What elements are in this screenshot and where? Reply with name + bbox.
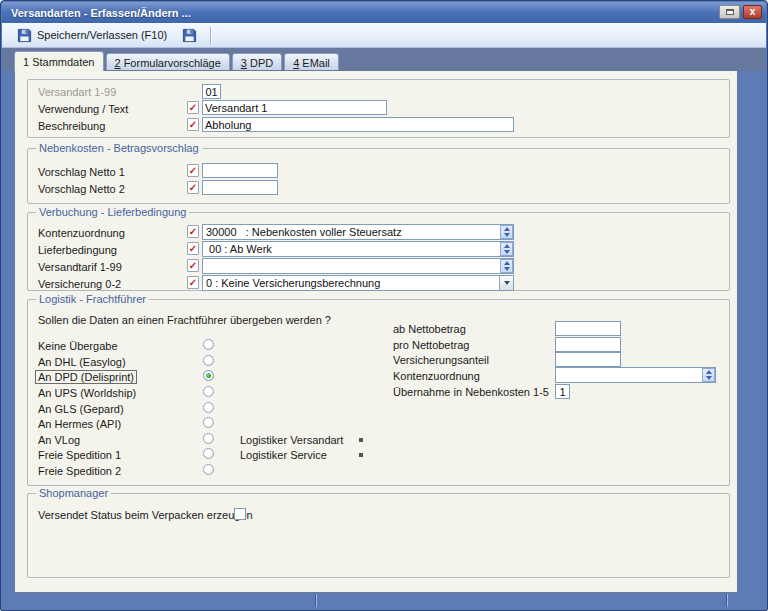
tab-formularvorschlaege[interactable]: 2 Formularvorschläge: [106, 53, 230, 71]
statusbar-divider: [315, 594, 316, 607]
spinner-icon[interactable]: [500, 242, 513, 256]
red-check-icon[interactable]: ✓: [187, 259, 199, 272]
radio-gls[interactable]: [203, 402, 214, 413]
floppy-disk-icon: [182, 28, 197, 43]
netto2-label: Vorschlag Netto 2: [38, 183, 125, 195]
versendet-status-checkbox[interactable]: [234, 508, 246, 520]
radio-spedition2[interactable]: [203, 464, 214, 475]
save-button[interactable]: [178, 26, 201, 45]
spinner-icon[interactable]: [500, 225, 513, 239]
radio-dhl[interactable]: [203, 355, 214, 366]
radio-label-hermes: An Hermes (API): [38, 418, 121, 430]
group-logistik: Logistik - Frachtführer Sollen die Daten…: [27, 299, 730, 486]
red-check-icon[interactable]: ✓: [187, 181, 199, 194]
group-caption: Nebenkosten - Betragsvorschlag: [36, 142, 202, 154]
red-check-icon[interactable]: ✓: [187, 225, 199, 238]
tab-accel: 1: [23, 56, 29, 68]
toolbar-separator: [210, 27, 211, 44]
group-caption: Verbuchung - Lieferbedingung: [36, 206, 189, 218]
radio-keine-uebergabe[interactable]: [203, 339, 214, 350]
versicherungsanteil-input[interactable]: [555, 352, 621, 367]
combo-value: 30000 : Nebenkosten voller Steuersatz: [203, 225, 500, 239]
radio-label-spedition1: Freie Spedition 1: [38, 449, 121, 461]
radio-ups[interactable]: [203, 386, 214, 397]
versandtarif-combo[interactable]: [202, 258, 514, 274]
tab-email[interactable]: 4 EMail: [284, 53, 339, 71]
radio-label-keine-uebergabe: Keine Übergabe: [38, 340, 118, 352]
save-exit-button[interactable]: Speichern/Verlassen (F10): [12, 26, 172, 45]
close-button[interactable]: x: [743, 5, 762, 19]
logistiker-versandart-label: Logistiker Versandart: [240, 434, 343, 446]
radio-hermes[interactable]: [203, 417, 214, 428]
ab-nettobetrag-label: ab Nettobetrag: [393, 323, 466, 335]
tab-page-stammdaten: Versandart 1-99 Verwendung / Text ✓ Besc…: [14, 70, 738, 593]
ab-nettobetrag-input[interactable]: [555, 321, 621, 336]
verwendung-input[interactable]: [202, 100, 387, 115]
group-stammdaten: Versandart 1-99 Verwendung / Text ✓ Besc…: [27, 79, 730, 138]
beschreibung-label: Beschreibung: [38, 120, 105, 132]
radio-spedition1[interactable]: [203, 448, 214, 459]
tab-label: DPD: [250, 57, 273, 69]
group-caption: Logistik - Frachtführer: [36, 293, 149, 305]
netto1-label: Vorschlag Netto 1: [38, 166, 125, 178]
tab-accel: 2: [115, 57, 121, 69]
chevron-down-icon[interactable]: [499, 276, 513, 290]
combo-value: 0 : Keine Versicherungsberechnung: [203, 276, 499, 290]
versendet-status-label: Versendet Status beim Verpacken erzeugen: [38, 509, 253, 521]
versandart-input[interactable]: [202, 84, 221, 99]
group-caption: Shopmanager: [36, 487, 111, 499]
window-title: Versandarten - Erfassen/Ändern ...: [2, 7, 191, 19]
radio-label-vlog: An VLog: [38, 434, 80, 446]
titlebar-buttons: x: [719, 5, 762, 19]
radio-vlog[interactable]: [203, 433, 214, 444]
red-check-icon[interactable]: ✓: [187, 276, 199, 289]
pro-nettobetrag-input[interactable]: [555, 337, 621, 352]
versandart-label: Versandart 1-99: [38, 86, 116, 98]
lieferbedingung-label: Lieferbedingung: [38, 244, 117, 256]
combo-value: [556, 368, 702, 382]
lieferbedingung-combo[interactable]: 00 : Ab Werk: [202, 241, 514, 257]
red-check-icon[interactable]: ✓: [187, 164, 199, 177]
frachtfuehrer-question: Sollen die Daten an einen Frachtführer ü…: [38, 314, 331, 326]
dialog-window: Versandarten - Erfassen/Ändern ... x Spe…: [0, 0, 768, 611]
square-marker-icon[interactable]: [359, 453, 363, 457]
save-exit-label: Speichern/Verlassen (F10): [37, 29, 167, 41]
red-check-icon[interactable]: ✓: [187, 118, 199, 131]
uebernahme-label: Übernahme in Nebenkosten 1-5: [393, 386, 549, 398]
red-check-icon[interactable]: ✓: [187, 101, 199, 114]
square-marker-icon[interactable]: [359, 438, 363, 442]
netto2-input[interactable]: [202, 180, 278, 195]
tab-strip: 1 Stammdaten 2 Formularvorschläge 3 DPD …: [2, 48, 766, 71]
kontenzuordnung-label: Kontenzuordnung: [38, 227, 125, 239]
uebernahme-input[interactable]: [555, 384, 570, 399]
versicherungsanteil-label: Versicherungsanteil: [393, 354, 489, 366]
spinner-icon[interactable]: [500, 259, 513, 273]
versicherung-label: Versicherung 0-2: [38, 278, 121, 290]
spinner-icon[interactable]: [702, 368, 715, 382]
group-verbuchung: Verbuchung - Lieferbedingung Kontenzuord…: [27, 212, 730, 291]
radio-label-gls: An GLS (Gepard): [38, 403, 124, 415]
tab-stammdaten[interactable]: 1 Stammdaten: [14, 51, 104, 71]
tab-label: EMail: [302, 57, 330, 69]
tab-accel: 3: [241, 57, 247, 69]
verwendung-label: Verwendung / Text: [38, 103, 128, 115]
logistik-kontenzuordnung-combo[interactable]: [555, 367, 716, 383]
combo-value: 00 : Ab Werk: [203, 242, 500, 256]
combo-value: [203, 259, 500, 273]
statusbar-divider: [726, 594, 727, 607]
radio-dpd[interactable]: [203, 370, 214, 381]
kontenzuordnung-combo[interactable]: 30000 : Nebenkosten voller Steuersatz: [202, 224, 514, 240]
titlebar[interactable]: Versandarten - Erfassen/Ändern ... x: [2, 2, 766, 23]
tab-dpd[interactable]: 3 DPD: [232, 53, 282, 71]
netto1-input[interactable]: [202, 163, 278, 178]
radio-label-spedition2: Freie Spedition 2: [38, 465, 121, 477]
red-check-icon[interactable]: ✓: [187, 242, 199, 255]
tab-accel: 4: [293, 57, 299, 69]
radio-label-ups: An UPS (Worldship): [38, 387, 136, 399]
group-shopmanager: Shopmanager Versendet Status beim Verpac…: [27, 493, 730, 578]
versicherung-dropdown[interactable]: 0 : Keine Versicherungsberechnung: [202, 275, 514, 291]
restore-icon: [726, 9, 734, 15]
beschreibung-input[interactable]: [202, 117, 514, 132]
logistik-kontenzuordnung-label: Kontenzuordnung: [393, 370, 480, 382]
restore-button[interactable]: [719, 5, 740, 19]
